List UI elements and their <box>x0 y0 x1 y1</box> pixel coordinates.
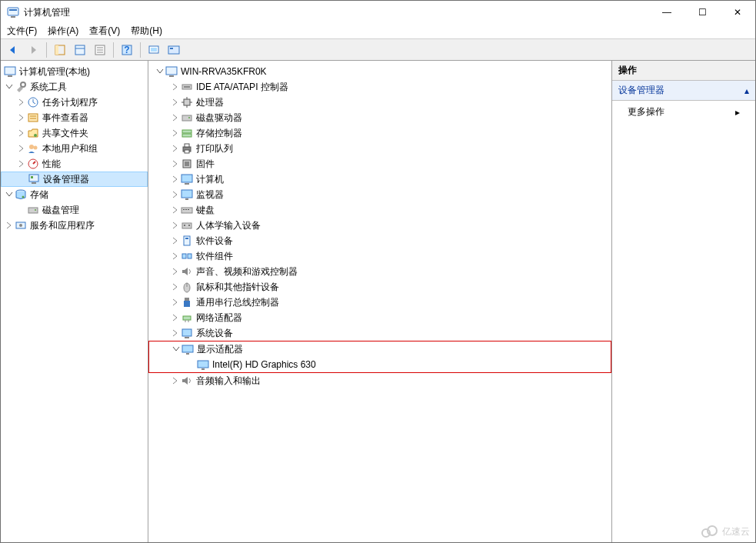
show-hide-tree-button[interactable] <box>51 41 69 59</box>
software-dev-icon <box>181 235 193 247</box>
dev-printq[interactable]: 打印队列 <box>148 141 611 156</box>
export-list-button[interactable] <box>91 41 109 59</box>
menu-help[interactable]: 帮助(H) <box>131 25 162 38</box>
tree-label: 任务计划程序 <box>42 96 98 109</box>
back-button[interactable] <box>4 41 22 59</box>
chevron-right-icon[interactable] <box>16 97 27 108</box>
dev-storagectl[interactable]: 存储控制器 <box>148 125 611 141</box>
center-pane[interactable]: WIN-RRVA35KFR0K IDE ATA/ATAPI 控制器 处理器 磁盘… <box>148 61 612 542</box>
chevron-right-icon[interactable] <box>170 82 181 92</box>
chevron-right-icon[interactable] <box>170 189 181 200</box>
svg-point-19 <box>21 82 25 87</box>
svg-rect-18 <box>8 75 12 77</box>
dev-computer[interactable]: 计算机 <box>148 172 611 187</box>
dev-cpu[interactable]: 处理器 <box>148 95 611 110</box>
dev-label: 监视器 <box>196 188 224 202</box>
left-pane[interactable]: 计算机管理(本地) 系统工具 任务计划程序 事件查看器 共享文件夹 <box>1 61 148 542</box>
svg-rect-40 <box>184 86 190 88</box>
dev-mouse[interactable]: 鼠标和其他指针设备 <box>148 279 611 295</box>
maximize-button[interactable]: ☐ <box>684 1 720 24</box>
menu-file[interactable]: 文件(F) <box>7 25 37 38</box>
dev-intel-hd[interactable]: Intel(R) HD Graphics 630 <box>149 357 611 372</box>
chevron-right-icon[interactable] <box>170 266 181 277</box>
chevron-right-icon[interactable] <box>170 174 181 185</box>
help-button[interactable]: ? <box>118 41 136 59</box>
dev-sysdev[interactable]: 系统设备 <box>148 325 611 341</box>
dev-sound[interactable]: 声音、视频和游戏控制器 <box>148 264 611 279</box>
chevron-right-icon[interactable] <box>170 158 181 169</box>
svg-rect-51 <box>185 144 189 147</box>
dev-display[interactable]: 显示适配器 <box>149 341 611 357</box>
tree-shared-folders[interactable]: 共享文件夹 <box>1 125 148 141</box>
tree-services-apps[interactable]: 服务和应用程序 <box>1 218 148 233</box>
dev-hid[interactable]: 人体学输入设备 <box>148 218 611 233</box>
dev-swcomp[interactable]: 软件组件 <box>148 248 611 264</box>
svg-rect-57 <box>182 190 192 198</box>
dev-audio[interactable]: 音频输入和输出 <box>148 373 611 388</box>
body: 计算机管理(本地) 系统工具 任务计划程序 事件查看器 共享文件夹 <box>1 61 755 542</box>
dev-monitor[interactable]: 监视器 <box>148 187 611 202</box>
menu-view[interactable]: 查看(V) <box>89 25 120 38</box>
forward-button[interactable] <box>24 41 42 59</box>
chevron-right-icon[interactable] <box>16 112 27 123</box>
properties-button[interactable] <box>71 41 89 59</box>
dev-root[interactable]: WIN-RRVA35KFR0K <box>148 64 611 79</box>
actions-more[interactable]: 更多操作 ▸ <box>612 101 755 123</box>
chevron-right-icon[interactable] <box>170 328 181 338</box>
tree-root-local[interactable]: 计算机管理(本地) <box>1 64 148 79</box>
disk-icon <box>27 204 39 216</box>
close-button[interactable]: ✕ <box>720 1 755 24</box>
dev-swdev[interactable]: 软件设备 <box>148 233 611 248</box>
dev-diskdrive[interactable]: 磁盘驱动器 <box>148 110 611 125</box>
chevron-down-icon[interactable] <box>4 82 15 92</box>
svg-point-34 <box>35 209 36 211</box>
chevron-right-icon[interactable] <box>170 251 181 262</box>
chevron-right-icon[interactable] <box>16 158 27 169</box>
dev-label: 存储控制器 <box>196 127 242 140</box>
chevron-right-icon[interactable] <box>170 312 181 323</box>
system-dev-icon <box>181 327 193 339</box>
chevron-right-icon[interactable] <box>16 128 27 138</box>
dev-firmware[interactable]: 固件 <box>148 156 611 172</box>
tree-event-viewer[interactable]: 事件查看器 <box>1 110 148 125</box>
chevron-right-icon[interactable] <box>170 128 181 138</box>
dev-usb[interactable]: 通用串行总线控制器 <box>148 295 611 310</box>
chevron-right-icon[interactable] <box>170 281 181 292</box>
minimize-button[interactable]: — <box>649 1 684 24</box>
chevron-right-icon[interactable] <box>170 143 181 154</box>
tree-system-tools[interactable]: 系统工具 <box>1 79 148 95</box>
svg-rect-81 <box>198 361 208 368</box>
tree-label: 系统工具 <box>30 81 67 94</box>
tree-storage[interactable]: 存储 <box>1 187 148 202</box>
chevron-down-icon[interactable] <box>155 66 165 77</box>
chevron-right-icon[interactable] <box>16 143 27 154</box>
svg-rect-30 <box>31 176 33 178</box>
dev-keyboard[interactable]: 键盘 <box>148 202 611 218</box>
chevron-right-icon[interactable] <box>4 220 15 231</box>
chevron-right-icon[interactable] <box>170 375 181 386</box>
printer-icon <box>181 142 193 155</box>
chevron-right-icon[interactable] <box>170 112 181 123</box>
tree-performance[interactable]: 性能 <box>1 156 148 172</box>
dev-label: 系统设备 <box>196 327 233 340</box>
chevron-right-icon[interactable] <box>170 235 181 246</box>
menu-action[interactable]: 操作(A) <box>48 25 78 38</box>
scan-hardware-button[interactable] <box>145 41 163 59</box>
collapse-icon: ▴ <box>744 85 749 96</box>
chevron-right-icon[interactable] <box>170 220 181 231</box>
tree-device-manager[interactable]: 设备管理器 <box>1 172 148 187</box>
view-button[interactable] <box>165 41 183 59</box>
dev-network[interactable]: 网络适配器 <box>148 310 611 325</box>
tree-local-users[interactable]: 本地用户和组 <box>1 141 148 156</box>
tree-disk-mgmt[interactable]: 磁盘管理 <box>1 202 148 218</box>
chevron-down-icon[interactable] <box>171 344 182 355</box>
actions-section[interactable]: 设备管理器 ▴ <box>612 81 755 101</box>
dev-ide[interactable]: IDE ATA/ATAPI 控制器 <box>148 79 611 95</box>
audio-icon <box>181 375 193 387</box>
tree-task-scheduler[interactable]: 任务计划程序 <box>1 95 148 110</box>
chevron-right-icon[interactable] <box>170 97 181 108</box>
chevron-right-icon[interactable] <box>170 205 181 215</box>
svg-rect-79 <box>182 345 193 352</box>
chevron-right-icon[interactable] <box>170 297 181 308</box>
chevron-down-icon[interactable] <box>4 189 15 200</box>
